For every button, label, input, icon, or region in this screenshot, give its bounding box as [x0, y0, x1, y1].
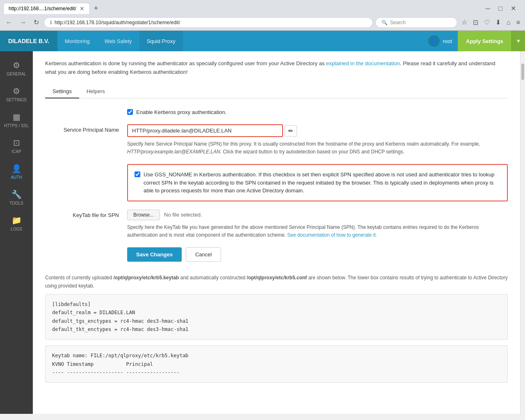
icap-icon: ⊡ — [13, 138, 20, 148]
spn-help2: . Click the wizard button to try autodet… — [220, 149, 404, 155]
top-nav-links: Monitoring Web Safety Squid Proxy — [57, 31, 183, 51]
sidebar-item-auth[interactable]: 👤 AUTH — [0, 159, 33, 185]
address-bar[interactable]: ℹ http://192.168.178.10/squid/auth/negot… — [44, 17, 373, 28]
brand-sub: B.V. — [39, 38, 49, 44]
tab-helpers[interactable]: Helpers — [79, 85, 112, 98]
user-avatar: 👤 — [428, 35, 440, 47]
spn-input-row: ✏ — [127, 124, 508, 137]
content-inner: Kerberos authentication is done by runni… — [33, 51, 520, 399]
bookmark-icon[interactable]: ☆ — [460, 17, 469, 28]
enable-kerberos-container: Enable Kerberos proxy authentication. — [127, 108, 226, 116]
sidebar-label-settings: SETTINGS — [6, 98, 27, 102]
sidebar-item-icap[interactable]: ⊡ ICAP — [0, 133, 33, 159]
code-and: and automatically constructed — [179, 275, 247, 281]
action-buttons: Save Changes Cancel — [45, 247, 508, 262]
spn-form-group: Service Principal Name ✏ Specify here Se… — [45, 124, 508, 156]
maximize-button[interactable]: □ — [496, 3, 505, 14]
nav-squidproxy[interactable]: Squid Proxy — [139, 31, 183, 51]
sidebar-label-logs: LOGS — [11, 227, 22, 231]
save-changes-button[interactable]: Save Changes — [127, 247, 182, 262]
enable-kerberos-checkbox[interactable] — [127, 109, 133, 115]
brand: DILADELE B.V. — [0, 31, 57, 51]
reload-button[interactable]: ↻ — [31, 17, 41, 28]
logs-icon: 📁 — [11, 215, 22, 225]
keytab-input-row: Browse... No file selected. — [127, 210, 508, 220]
user-name: root — [443, 38, 452, 44]
brand-name: DILADELE — [8, 38, 37, 44]
spn-control-area: ✏ Specify here Service Principal Name (S… — [127, 124, 508, 156]
wallet-icon[interactable]: ⊡ — [471, 17, 480, 28]
spn-example: HTTP/proxy.example.lan@EXAMPLE.LAN — [127, 149, 220, 155]
browser-nav-icons: ☆ ⊡ ♡ ⬇ ⌂ ≡ — [460, 17, 522, 28]
home-icon[interactable]: ⌂ — [505, 17, 512, 28]
gss-noname-label: Use GSS_NONAME in Kerberos authenticatio… — [144, 171, 500, 195]
search-bar[interactable]: 🔍 Search — [375, 17, 457, 28]
sidebar-label-auth: AUTH — [11, 175, 22, 180]
content-area: Kerberos authentication is done by runni… — [33, 51, 520, 414]
enable-kerberos-label: Enable Kerberos proxy authentication. — [136, 108, 226, 116]
browser-tab[interactable]: http://192.168....1/scheme/edit/ ✕ — [3, 3, 90, 14]
scrollbar[interactable] — [520, 51, 525, 414]
sidebar: ⚙ GENERAL ⚙ SETTINGS ▦ HTTPS / SSL ⊡ ICA… — [0, 51, 33, 414]
forward-button[interactable]: → — [17, 17, 29, 28]
minimize-button[interactable]: ─ — [483, 3, 493, 14]
sidebar-item-tools[interactable]: 🔧 TOOLS — [0, 185, 33, 210]
keytab-doc-link[interactable]: See documentation of how to generate it. — [287, 232, 377, 238]
spn-label: Service Principal Name — [45, 124, 119, 133]
code-path1: /opt/qlproxy/etc/krb5.keytab — [114, 275, 179, 281]
sidebar-label-https-ssl: HTTPS / SSL — [4, 123, 29, 128]
top-nav-right: 👤 root Apply Settings ▼ — [422, 31, 525, 51]
https-ssl-icon: ▦ — [13, 112, 21, 122]
wizard-button[interactable]: ✏ — [285, 125, 297, 137]
code-content-2: Keytab name: FILE:/opt/qlproxy/etc/krb5.… — [52, 352, 501, 377]
code-block-1: [libdefaults] default_realm = DILADELE.L… — [45, 294, 508, 340]
address-text: http://192.168.178.10/squid/auth/negotia… — [55, 20, 180, 25]
cancel-button[interactable]: Cancel — [186, 247, 221, 262]
no-file-text: No file selected. — [164, 212, 202, 218]
tab-settings[interactable]: Settings — [45, 85, 79, 98]
tab-close-icon[interactable]: ✕ — [80, 6, 84, 11]
sidebar-label-general: GENERAL — [7, 72, 26, 76]
download-icon[interactable]: ⬇ — [494, 17, 502, 28]
sidebar-item-logs[interactable]: 📁 LOGS — [0, 210, 33, 236]
gss-noname-checkbox[interactable] — [135, 171, 140, 177]
tab-title: http://192.168....1/scheme/edit/ — [9, 6, 76, 11]
tools-icon: 🔧 — [11, 189, 22, 199]
tab-bar: Settings Helpers — [45, 85, 508, 98]
browser-nav: ← → ↻ ℹ http://192.168.178.10/squid/auth… — [0, 14, 525, 30]
shield-icon[interactable]: ♡ — [482, 17, 491, 28]
menu-icon[interactable]: ≡ — [515, 17, 522, 28]
intro-paragraph: Kerberos authentication is done by runni… — [45, 59, 508, 77]
sidebar-item-settings[interactable]: ⚙ SETTINGS — [0, 81, 33, 107]
keytab-help-text: Specify here the KeyTab file you have ge… — [127, 224, 508, 239]
apply-settings-button[interactable]: Apply Settings — [458, 31, 511, 51]
app-wrapper: DILADELE B.V. Monitoring Web Safety Squi… — [0, 31, 525, 414]
nav-websafety[interactable]: Web Safety — [97, 31, 139, 51]
browse-button[interactable]: Browse... — [127, 210, 160, 220]
close-button[interactable]: ✕ — [508, 3, 518, 14]
back-button[interactable]: ← — [3, 17, 15, 28]
sidebar-item-general[interactable]: ⚙ GENERAL — [0, 55, 33, 81]
spn-help: Specify here Service Principal Name (SPN… — [127, 141, 480, 147]
general-icon: ⚙ — [13, 60, 20, 70]
code-intro-text: Contents of currently uploaded /opt/qlpr… — [45, 274, 508, 290]
gss-noname-container: Use GSS_NONAME in Kerberos authenticatio… — [135, 171, 500, 195]
intro-link[interactable]: explained in the documentation — [326, 60, 400, 66]
sidebar-label-icap: ICAP — [11, 149, 21, 154]
keytab-controls: Browse... No file selected. Specify here… — [127, 210, 508, 239]
code-content-1: [libdefaults] default_realm = DILADELE.L… — [52, 300, 501, 334]
keytab-row: KeyTab file for SPN Browse... No file se… — [45, 210, 508, 239]
nav-monitoring[interactable]: Monitoring — [57, 31, 97, 51]
main-layout: ⚙ GENERAL ⚙ SETTINGS ▦ HTTPS / SSL ⊡ ICA… — [0, 51, 525, 414]
new-tab-button[interactable]: + — [91, 2, 101, 14]
code-intro: Contents of currently uploaded — [45, 275, 114, 281]
sidebar-item-https-ssl[interactable]: ▦ HTTPS / SSL — [0, 107, 33, 133]
apply-settings-dropdown[interactable]: ▼ — [511, 31, 525, 51]
browser-chrome: http://192.168....1/scheme/edit/ ✕ + ─ □… — [0, 0, 525, 31]
enable-kerberos-group: Enable Kerberos proxy authentication. — [45, 108, 508, 116]
code-block-2: Keytab name: FILE:/opt/qlproxy/etc/krb5.… — [45, 345, 508, 383]
spn-input[interactable] — [127, 124, 283, 137]
browser-titlebar: http://192.168....1/scheme/edit/ ✕ + ─ □… — [0, 0, 525, 14]
intro-text: Kerberos authentication is done by runni… — [45, 60, 326, 66]
keytab-label: KeyTab file for SPN — [45, 210, 119, 218]
